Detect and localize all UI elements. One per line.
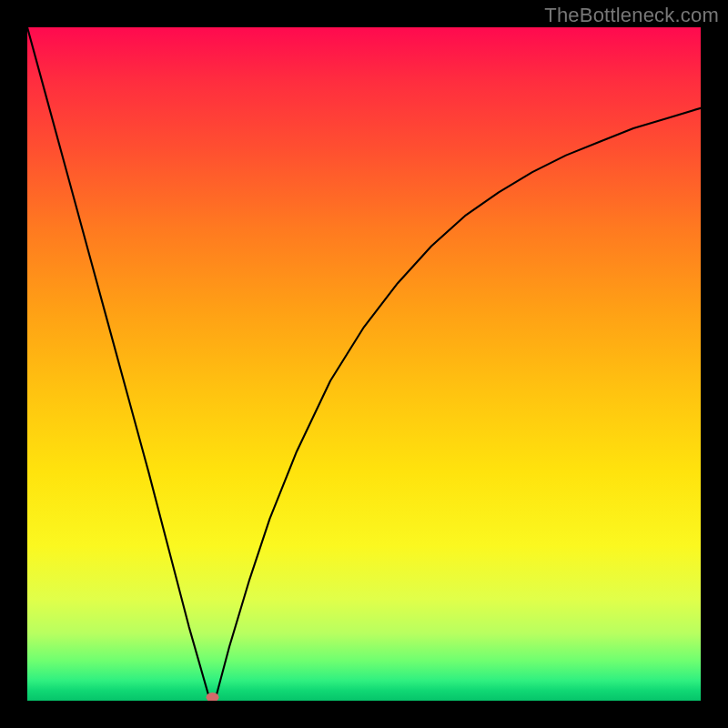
plot-area [27, 27, 701, 701]
bottleneck-curve-path [27, 27, 701, 701]
curve-layer [27, 27, 701, 701]
watermark-text: TheBottleneck.com [544, 4, 719, 27]
chart-frame: TheBottleneck.com [0, 0, 728, 728]
